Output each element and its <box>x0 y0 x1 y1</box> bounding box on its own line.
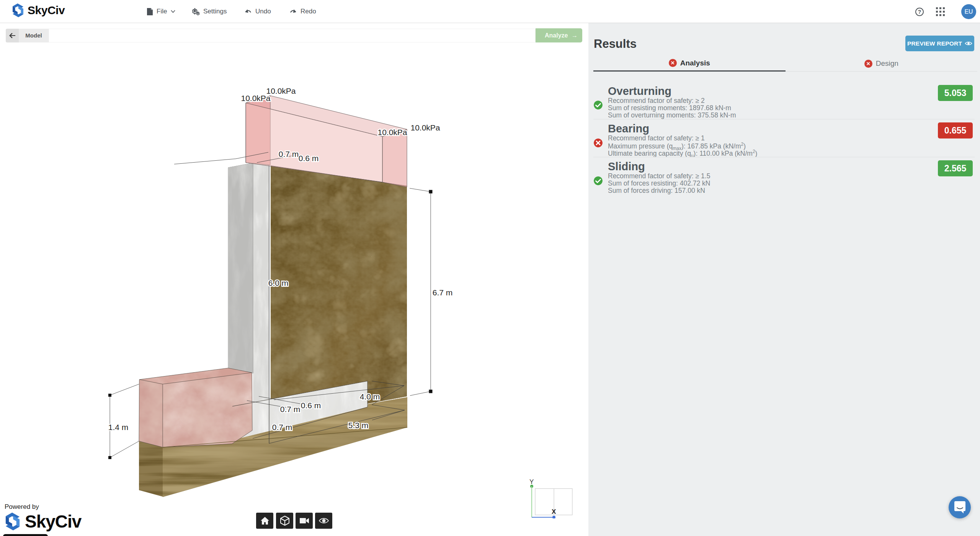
svg-text:1.4 m: 1.4 m <box>108 423 129 432</box>
svg-text:6.0 m: 6.0 m <box>268 279 289 287</box>
svg-text:?: ? <box>918 9 921 15</box>
svg-text:6.7 m: 6.7 m <box>433 288 453 297</box>
svg-text:X: X <box>552 508 556 515</box>
svg-text:0.6 m: 0.6 m <box>299 154 319 163</box>
svg-text:10.0kPa: 10.0kPa <box>410 123 440 132</box>
svg-text:0.7 m: 0.7 m <box>280 405 301 414</box>
svg-text:10.0kPa: 10.0kPa <box>266 86 296 95</box>
svg-text:0.6 m: 0.6 m <box>301 401 321 410</box>
svg-text:4.0 m: 4.0 m <box>360 392 380 401</box>
svg-text:10.0kPa: 10.0kPa <box>377 128 407 137</box>
svg-text:5.3 m: 5.3 m <box>348 421 369 430</box>
svg-text:Y: Y <box>529 478 534 485</box>
svg-text:10.0kPa: 10.0kPa <box>241 94 270 103</box>
svg-text:0.7 m: 0.7 m <box>279 150 299 158</box>
svg-text:0.7 m: 0.7 m <box>272 423 292 432</box>
